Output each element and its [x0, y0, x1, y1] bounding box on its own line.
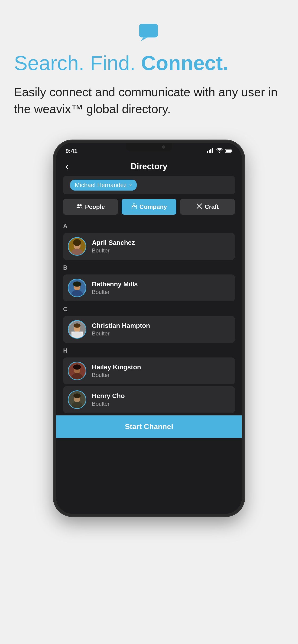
search-chip[interactable]: Michael Hernandez ×: [70, 180, 137, 190]
app-header: ‹ Directory: [56, 157, 242, 176]
status-time: 9:41: [66, 148, 78, 154]
filter-tabs: People Company: [56, 199, 242, 220]
svg-rect-5: [212, 148, 213, 153]
person-company-christian: Boulter: [92, 330, 150, 337]
avatar-christian: [68, 320, 86, 339]
phone-notch: [126, 143, 172, 151]
svg-rect-4: [210, 149, 211, 153]
subtext: Easily connect and communicate with any …: [14, 84, 284, 118]
person-company-april: Boulter: [92, 247, 135, 254]
section-header-h: H: [56, 345, 242, 356]
svg-point-23: [73, 239, 81, 246]
back-button[interactable]: ‹: [66, 161, 69, 172]
company-icon: [131, 203, 137, 210]
person-row-bethenny[interactable]: Bethenny Mills Boulter: [63, 274, 235, 301]
svg-rect-15: [135, 206, 136, 207]
tab-company[interactable]: Company: [122, 199, 176, 215]
phone-frame: 9:41: [54, 140, 244, 516]
avatar-hailey: [68, 362, 86, 380]
svg-rect-14: [132, 206, 133, 207]
avatar-inner-henry: [69, 391, 86, 408]
person-row-hailey[interactable]: Hailey Kingston Boulter: [63, 358, 235, 384]
start-channel-button[interactable]: Start Channel: [56, 416, 242, 438]
person-name-hailey: Hailey Kingston: [92, 364, 141, 371]
section-header-a: A: [56, 220, 242, 231]
status-icons: [207, 148, 232, 154]
person-name-april: April Sanchez: [92, 239, 135, 246]
app-title: Directory: [131, 162, 167, 171]
tab-craft-label: Craft: [205, 203, 219, 210]
phone-wrapper: 9:41: [14, 140, 284, 516]
avatar-inner-christian: [69, 321, 86, 338]
person-row-april[interactable]: April Sanchez Boulter: [63, 233, 235, 260]
section-header-b: B: [56, 262, 242, 272]
search-chip-text: Michael Hernandez: [75, 182, 127, 189]
search-bar[interactable]: Michael Hernandez ×: [63, 176, 235, 194]
svg-point-40: [73, 394, 81, 398]
person-name-christian: Christian Hampton: [92, 322, 150, 330]
chip-close-icon[interactable]: ×: [129, 182, 132, 188]
svg-rect-3: [209, 150, 210, 153]
person-company-bethenny: Boulter: [92, 289, 138, 295]
phone-screen: 9:41: [56, 143, 242, 514]
person-name-henry: Henry Cho: [92, 392, 125, 400]
person-info-april: April Sanchez Boulter: [92, 239, 135, 254]
svg-point-11: [80, 204, 82, 206]
headline: Search. Find. Connect.: [14, 52, 284, 74]
chat-bubble-icon: [139, 23, 159, 42]
tab-people-label: People: [85, 203, 105, 210]
tab-people[interactable]: People: [63, 199, 118, 215]
avatar-inner-april: [69, 238, 86, 255]
person-company-hailey: Boulter: [92, 372, 141, 378]
chat-icon-wrapper: [139, 23, 159, 43]
people-icon: [76, 204, 83, 210]
person-row-henry[interactable]: Henry Cho Boulter: [63, 386, 235, 413]
svg-point-32: [74, 324, 81, 328]
notch-camera: [162, 145, 165, 148]
headline-light: Search. Find.: [14, 52, 135, 74]
svg-rect-9: [226, 150, 231, 152]
headline-bold: Connect.: [141, 52, 228, 74]
person-info-hailey: Hailey Kingston Boulter: [92, 364, 141, 378]
svg-point-10: [77, 204, 80, 206]
svg-marker-1: [141, 37, 147, 41]
tab-company-label: Company: [139, 203, 167, 210]
avatar-inner-bethenny: [69, 279, 86, 296]
avatar-henry: [68, 390, 86, 409]
svg-rect-16: [134, 206, 135, 207]
wifi-icon: [216, 148, 223, 154]
svg-rect-8: [232, 150, 232, 152]
section-header-c: C: [56, 303, 242, 314]
svg-point-27: [73, 282, 82, 287]
tab-craft[interactable]: Craft: [180, 199, 235, 215]
battery-icon: [225, 148, 232, 154]
person-info-henry: Henry Cho Boulter: [92, 392, 125, 407]
svg-rect-0: [139, 24, 158, 38]
avatar-inner-hailey: [69, 362, 86, 380]
person-company-henry: Boulter: [92, 400, 125, 407]
svg-rect-2: [207, 151, 208, 153]
person-row-christian[interactable]: Christian Hampton Boulter: [63, 316, 235, 343]
person-name-bethenny: Bethenny Mills: [92, 280, 138, 288]
svg-point-36: [73, 365, 81, 370]
avatar-bethenny: [68, 279, 86, 297]
avatar-april: [68, 237, 86, 256]
person-info-bethenny: Bethenny Mills Boulter: [92, 280, 138, 295]
signal-icon: [207, 148, 214, 154]
craft-icon: [196, 203, 202, 210]
person-info-christian: Christian Hampton Boulter: [92, 322, 150, 337]
svg-point-6: [219, 152, 220, 153]
